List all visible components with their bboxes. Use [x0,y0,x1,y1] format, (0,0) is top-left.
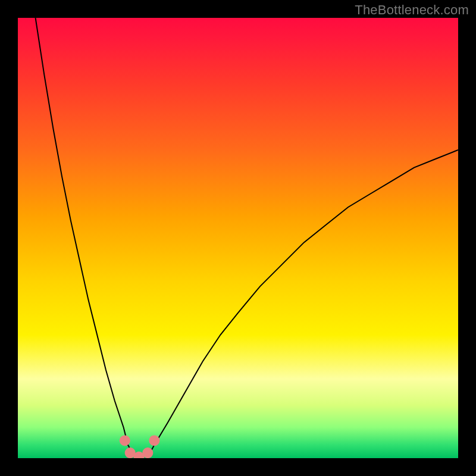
valley-marker [149,435,159,446]
valley-marker [120,435,130,446]
chart-svg [18,18,458,458]
watermark-label: TheBottleneck.com [355,2,469,18]
plot-area [18,18,458,458]
valley-marker [142,447,153,458]
chart-frame: TheBottleneck.com [0,0,476,476]
gradient-background [18,18,458,458]
